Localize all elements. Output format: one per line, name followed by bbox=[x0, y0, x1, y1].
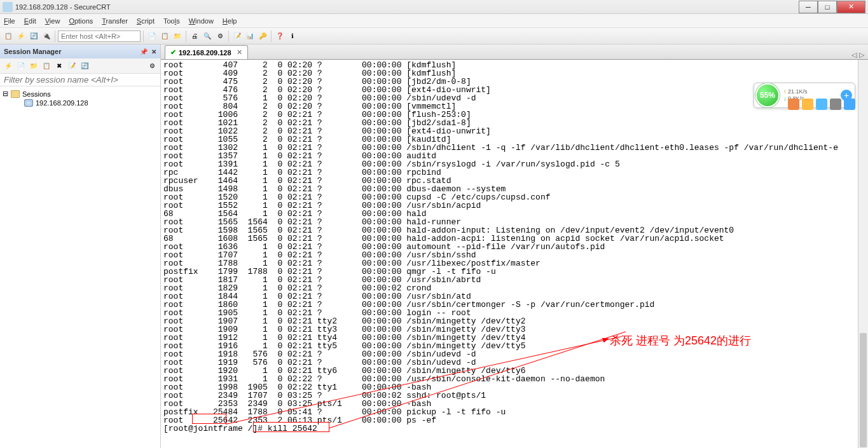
paste-icon[interactable]: 📋 bbox=[159, 31, 170, 42]
session-options-icon[interactable]: 📝 bbox=[231, 31, 243, 42]
app-icon bbox=[3, 2, 13, 12]
menu-edit[interactable]: Edit bbox=[24, 17, 36, 25]
menu-tools[interactable]: Tools bbox=[163, 17, 180, 25]
print-icon[interactable]: 🖨 bbox=[189, 31, 200, 42]
menu-help[interactable]: Help bbox=[223, 17, 237, 25]
menu-options[interactable]: Options bbox=[69, 17, 93, 25]
disconnect-icon[interactable]: 🔌 bbox=[41, 31, 52, 42]
net-upload: 21.1K/s bbox=[783, 88, 808, 95]
sm-copy-icon[interactable]: 📋 bbox=[41, 60, 52, 72]
quick-connect-icon[interactable]: ⚡ bbox=[15, 31, 27, 42]
pin-icon[interactable]: 📌 bbox=[140, 48, 148, 55]
session-icon bbox=[24, 99, 33, 107]
tab-close-icon[interactable]: ✕ bbox=[237, 48, 242, 57]
tab-status-icon: ✔ bbox=[170, 48, 176, 57]
scrollbar-thumb[interactable] bbox=[860, 333, 867, 447]
menu-script[interactable]: Script bbox=[137, 17, 155, 25]
find-icon[interactable]: 🔍 bbox=[202, 31, 213, 42]
close-button[interactable]: ✕ bbox=[837, 1, 865, 13]
sm-refresh-icon[interactable]: 🔄 bbox=[79, 60, 90, 72]
tree-root[interactable]: ⊟ Sessions bbox=[3, 89, 158, 98]
sm-folder-icon[interactable]: 📁 bbox=[28, 60, 39, 72]
help-icon[interactable]: ❓ bbox=[274, 31, 286, 42]
toolbar: 📋 ⚡ 🔄 🔌 📄 📋 📁 🖨 🔍 ⚙ 📝 📊 🔑 ❓ ℹ bbox=[0, 28, 868, 44]
session-manager-toolbar: ⚡ 📄 📁 📋 ✖ 📝 🔄 ⚙ bbox=[0, 58, 160, 74]
tray-icon-1[interactable] bbox=[788, 98, 799, 110]
about-icon[interactable]: ℹ bbox=[287, 31, 298, 42]
tray-icons bbox=[788, 98, 855, 110]
sm-connect-icon[interactable]: ⚡ bbox=[3, 60, 14, 72]
tray-icon-2[interactable] bbox=[802, 98, 813, 110]
sm-options-icon[interactable]: ⚙ bbox=[146, 60, 158, 72]
session-manager-header: Session Manager 📌 ✕ bbox=[0, 44, 160, 58]
menu-file[interactable]: File bbox=[4, 17, 15, 25]
reconnect-icon[interactable]: 🔄 bbox=[28, 31, 39, 42]
host-input[interactable] bbox=[58, 31, 141, 42]
tool3-icon[interactable]: 📁 bbox=[172, 31, 183, 42]
menu-view[interactable]: View bbox=[45, 17, 60, 25]
minimize-button[interactable]: ─ bbox=[799, 1, 818, 13]
sm-new-icon[interactable]: 📄 bbox=[15, 60, 27, 72]
sm-props-icon[interactable]: 📝 bbox=[66, 60, 78, 72]
vertical-scrollbar[interactable] bbox=[858, 60, 868, 448]
key-icon[interactable]: 🔑 bbox=[257, 31, 268, 42]
session-manager-panel: Session Manager 📌 ✕ ⚡ 📄 📁 📋 ✖ 📝 🔄 ⚙ ⊟ Se… bbox=[0, 44, 161, 448]
tray-icon-3[interactable] bbox=[816, 98, 827, 110]
tab-label: 192.168.209.128 bbox=[179, 49, 231, 57]
maximize-button[interactable]: □ bbox=[818, 1, 837, 13]
tray-icon-5[interactable] bbox=[844, 98, 855, 110]
folder-icon bbox=[11, 90, 20, 98]
connect-icon[interactable]: 📋 bbox=[3, 31, 14, 42]
menu-transfer[interactable]: Transfer bbox=[102, 17, 128, 25]
tree-session-label: 192.168.209.128 bbox=[36, 99, 88, 107]
panel-close-icon[interactable]: ✕ bbox=[151, 48, 156, 55]
expand-icon[interactable]: ⊟ bbox=[3, 90, 8, 98]
session-tree: ⊟ Sessions 192.168.209.128 bbox=[0, 86, 160, 110]
session-filter-input[interactable] bbox=[0, 74, 160, 86]
options-icon[interactable]: ⚙ bbox=[214, 31, 226, 42]
annotation-text: 杀死 进程号 为25642的进行 bbox=[610, 333, 751, 348]
tab-active[interactable]: ✔ 192.168.209.128 ✕ bbox=[165, 45, 248, 59]
speed-percent: 55% bbox=[760, 91, 775, 100]
window-title: 192.168.209.128 - SecureCRT bbox=[15, 3, 799, 11]
menubar: File Edit View Options Transfer Script T… bbox=[0, 14, 868, 28]
tree-root-label: Sessions bbox=[22, 90, 51, 98]
tab-prev-icon[interactable]: ◁ bbox=[851, 51, 857, 59]
sm-delete-icon[interactable]: ✖ bbox=[53, 60, 65, 72]
speed-ball[interactable]: 55% bbox=[755, 83, 780, 107]
copy-icon[interactable]: 📄 bbox=[146, 31, 158, 42]
tab-bar: ✔ 192.168.209.128 ✕ ◁ ▷ bbox=[161, 44, 868, 60]
titlebar: 192.168.209.128 - SecureCRT ─ □ ✕ bbox=[0, 0, 868, 14]
terminal-output[interactable]: root 407 2 0 02:20 ? 00:00:00 [kdmflush]… bbox=[161, 60, 868, 448]
tray-icon-4[interactable] bbox=[830, 98, 841, 110]
session-manager-title: Session Manager bbox=[4, 48, 61, 55]
menu-window[interactable]: Window bbox=[189, 17, 214, 25]
tab-next-icon[interactable]: ▷ bbox=[859, 51, 864, 59]
tree-session-item[interactable]: 192.168.209.128 bbox=[3, 98, 158, 107]
tool7-icon[interactable]: 📊 bbox=[244, 31, 256, 42]
